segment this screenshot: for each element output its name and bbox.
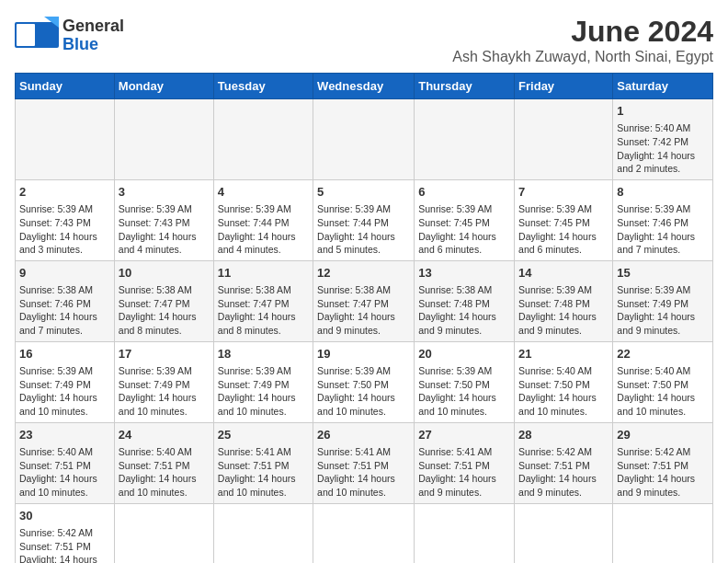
day-content: Sunrise: 5:39 AM Sunset: 7:45 PM Dayligh… [518, 202, 609, 257]
calendar-cell: 9Sunrise: 5:38 AM Sunset: 7:46 PM Daylig… [16, 260, 115, 341]
calendar-cell: 6Sunrise: 5:39 AM Sunset: 7:45 PM Daylig… [415, 179, 515, 260]
day-content: Sunrise: 5:39 AM Sunset: 7:46 PM Dayligh… [617, 202, 709, 257]
day-number: 12 [317, 265, 410, 282]
calendar-cell: 16Sunrise: 5:39 AM Sunset: 7:49 PM Dayli… [16, 341, 115, 422]
day-content: Sunrise: 5:42 AM Sunset: 7:51 PM Dayligh… [518, 445, 609, 500]
calendar-cell: 27Sunrise: 5:41 AM Sunset: 7:51 PM Dayli… [415, 422, 515, 503]
day-number: 15 [617, 265, 709, 282]
calendar-cell [16, 99, 115, 180]
day-number: 29 [617, 427, 709, 443]
day-number: 17 [119, 346, 210, 362]
day-number: 7 [518, 184, 609, 201]
day-number: 1 [617, 103, 709, 120]
day-number: 27 [418, 427, 510, 443]
day-content: Sunrise: 5:40 AM Sunset: 7:42 PM Dayligh… [617, 121, 709, 176]
day-content: Sunrise: 5:39 AM Sunset: 7:43 PM Dayligh… [19, 202, 110, 257]
title-area: June 2024 Ash Shaykh Zuwayd, North Sinai… [452, 15, 713, 65]
day-number: 2 [19, 184, 110, 201]
calendar-week-row: 30Sunrise: 5:42 AM Sunset: 7:51 PM Dayli… [16, 503, 713, 563]
day-content: Sunrise: 5:38 AM Sunset: 7:47 PM Dayligh… [218, 283, 309, 338]
day-content: Sunrise: 5:42 AM Sunset: 7:51 PM Dayligh… [19, 526, 110, 563]
calendar-cell [213, 99, 313, 180]
calendar-cell: 18Sunrise: 5:39 AM Sunset: 7:49 PM Dayli… [213, 341, 313, 422]
calendar-cell [313, 99, 415, 180]
calendar-header-tuesday: Tuesday [213, 74, 313, 99]
day-number: 30 [19, 508, 110, 524]
calendar-cell: 20Sunrise: 5:39 AM Sunset: 7:50 PM Dayli… [415, 341, 515, 422]
day-number: 3 [119, 184, 210, 201]
day-number: 13 [418, 265, 510, 282]
calendar-header-friday: Friday [515, 74, 613, 99]
calendar-cell: 28Sunrise: 5:42 AM Sunset: 7:51 PM Dayli… [515, 422, 613, 503]
day-content: Sunrise: 5:39 AM Sunset: 7:44 PM Dayligh… [317, 202, 410, 257]
calendar-cell: 29Sunrise: 5:42 AM Sunset: 7:51 PM Dayli… [613, 422, 713, 503]
day-content: Sunrise: 5:39 AM Sunset: 7:49 PM Dayligh… [617, 283, 709, 338]
day-content: Sunrise: 5:42 AM Sunset: 7:51 PM Dayligh… [617, 445, 709, 500]
calendar-cell: 13Sunrise: 5:38 AM Sunset: 7:48 PM Dayli… [415, 260, 515, 341]
day-content: Sunrise: 5:38 AM Sunset: 7:47 PM Dayligh… [317, 283, 410, 338]
calendar-cell: 15Sunrise: 5:39 AM Sunset: 7:49 PM Dayli… [613, 260, 713, 341]
calendar-cell: 4Sunrise: 5:39 AM Sunset: 7:44 PM Daylig… [213, 179, 313, 260]
day-content: Sunrise: 5:39 AM Sunset: 7:43 PM Dayligh… [119, 202, 210, 257]
calendar-header-saturday: Saturday [613, 74, 713, 99]
day-content: Sunrise: 5:39 AM Sunset: 7:48 PM Dayligh… [518, 283, 609, 338]
calendar-cell: 10Sunrise: 5:38 AM Sunset: 7:47 PM Dayli… [114, 260, 213, 341]
day-number: 6 [418, 184, 510, 201]
day-number: 18 [218, 346, 309, 362]
calendar-header-sunday: Sunday [16, 74, 115, 99]
logo: General Blue [15, 15, 124, 57]
day-content: Sunrise: 5:39 AM Sunset: 7:45 PM Dayligh… [418, 202, 510, 257]
day-number: 24 [119, 427, 210, 443]
day-number: 19 [317, 346, 410, 362]
svg-rect-1 [17, 24, 35, 46]
logo-icon [15, 15, 59, 53]
calendar-cell: 24Sunrise: 5:40 AM Sunset: 7:51 PM Dayli… [114, 422, 213, 503]
day-content: Sunrise: 5:38 AM Sunset: 7:47 PM Dayligh… [119, 283, 210, 338]
calendar-header-thursday: Thursday [415, 74, 515, 99]
calendar-cell: 19Sunrise: 5:39 AM Sunset: 7:50 PM Dayli… [313, 341, 415, 422]
day-content: Sunrise: 5:39 AM Sunset: 7:50 PM Dayligh… [317, 364, 410, 419]
calendar-cell [415, 503, 515, 563]
calendar-week-row: 1Sunrise: 5:40 AM Sunset: 7:42 PM Daylig… [16, 99, 713, 180]
calendar-cell [515, 503, 613, 563]
day-content: Sunrise: 5:40 AM Sunset: 7:51 PM Dayligh… [19, 445, 110, 500]
page-subtitle: Ash Shaykh Zuwayd, North Sinai, Egypt [452, 49, 713, 65]
day-number: 14 [518, 265, 609, 282]
calendar-cell: 22Sunrise: 5:40 AM Sunset: 7:50 PM Dayli… [613, 341, 713, 422]
calendar-cell [313, 503, 415, 563]
calendar-cell [114, 99, 213, 180]
day-number: 21 [518, 346, 609, 362]
calendar-cell: 14Sunrise: 5:39 AM Sunset: 7:48 PM Dayli… [515, 260, 613, 341]
calendar-table: SundayMondayTuesdayWednesdayThursdayFrid… [15, 73, 713, 563]
calendar-cell: 21Sunrise: 5:40 AM Sunset: 7:50 PM Dayli… [515, 341, 613, 422]
day-content: Sunrise: 5:39 AM Sunset: 7:44 PM Dayligh… [218, 202, 309, 257]
day-content: Sunrise: 5:41 AM Sunset: 7:51 PM Dayligh… [418, 445, 510, 500]
calendar-cell: 12Sunrise: 5:38 AM Sunset: 7:47 PM Dayli… [313, 260, 415, 341]
calendar-week-row: 9Sunrise: 5:38 AM Sunset: 7:46 PM Daylig… [16, 260, 713, 341]
calendar-cell: 25Sunrise: 5:41 AM Sunset: 7:51 PM Dayli… [213, 422, 313, 503]
day-content: Sunrise: 5:41 AM Sunset: 7:51 PM Dayligh… [218, 445, 309, 500]
calendar-cell [515, 99, 613, 180]
day-number: 8 [617, 184, 709, 201]
day-number: 11 [218, 265, 309, 282]
calendar-header-wednesday: Wednesday [313, 74, 415, 99]
calendar-cell: 1Sunrise: 5:40 AM Sunset: 7:42 PM Daylig… [613, 99, 713, 180]
day-number: 20 [418, 346, 510, 362]
calendar-cell [213, 503, 313, 563]
calendar-cell: 17Sunrise: 5:39 AM Sunset: 7:49 PM Dayli… [114, 341, 213, 422]
calendar-cell [415, 99, 515, 180]
page-title: June 2024 [452, 15, 713, 49]
day-number: 9 [19, 265, 110, 282]
day-content: Sunrise: 5:40 AM Sunset: 7:50 PM Dayligh… [518, 364, 609, 419]
day-content: Sunrise: 5:40 AM Sunset: 7:51 PM Dayligh… [119, 445, 210, 500]
calendar-cell: 11Sunrise: 5:38 AM Sunset: 7:47 PM Dayli… [213, 260, 313, 341]
calendar-cell: 26Sunrise: 5:41 AM Sunset: 7:51 PM Dayli… [313, 422, 415, 503]
day-content: Sunrise: 5:39 AM Sunset: 7:49 PM Dayligh… [119, 364, 210, 419]
day-content: Sunrise: 5:41 AM Sunset: 7:51 PM Dayligh… [317, 445, 410, 500]
day-number: 22 [617, 346, 709, 362]
calendar-cell [114, 503, 213, 563]
day-number: 26 [317, 427, 410, 443]
calendar-cell: 23Sunrise: 5:40 AM Sunset: 7:51 PM Dayli… [16, 422, 115, 503]
calendar-cell [613, 503, 713, 563]
calendar-cell: 2Sunrise: 5:39 AM Sunset: 7:43 PM Daylig… [16, 179, 115, 260]
